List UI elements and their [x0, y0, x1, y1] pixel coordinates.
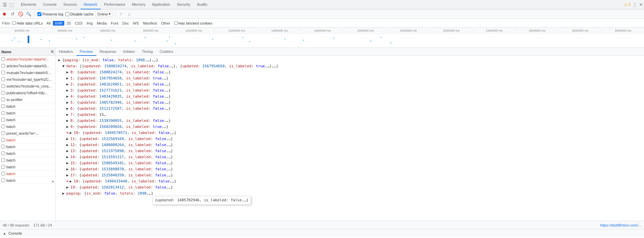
item-checkbox[interactable]: [1, 64, 5, 68]
json-row[interactable]: ▶ 16: {updated: 1533898870, is_labeled: …: [58, 166, 641, 172]
item-checkbox[interactable]: [1, 111, 5, 115]
item-checkbox[interactable]: [1, 172, 5, 175]
list-item[interactable]: batch ▼: [0, 177, 55, 184]
expand-arrow[interactable]: ▶: [66, 142, 70, 148]
filter-ws[interactable]: WS: [131, 21, 141, 26]
list-item[interactable]: batch: [0, 150, 55, 157]
export-button[interactable]: ↓: [126, 11, 132, 17]
expand-arrow[interactable]: ▶: [66, 118, 70, 124]
expand-arrow[interactable]: ▶: [58, 57, 62, 63]
json-row[interactable]: ▶ 11: {updated: 1522569169, is_labeled: …: [58, 136, 641, 142]
filter-doc[interactable]: Doc: [121, 21, 131, 26]
json-row[interactable]: ▶ 12: {updated: 1488808264, is_labeled: …: [58, 142, 641, 148]
filter-all[interactable]: All: [45, 21, 52, 26]
item-checkbox[interactable]: [1, 165, 5, 169]
list-item[interactable]: batch: [0, 110, 55, 116]
list-item[interactable]: preset_words?w=...: [0, 130, 55, 137]
item-checkbox[interactable]: [1, 158, 5, 162]
expand-arrow[interactable]: ▶: [66, 160, 70, 166]
expand-arrow[interactable]: ▶: [66, 166, 70, 172]
devtools-panel-icon[interactable]: ⬚: [8, 1, 15, 8]
json-row[interactable]: ▶ 3: {updated: 1527731621, is_labeled: f…: [58, 88, 641, 94]
preserve-log-toggle[interactable]: Preserve log: [37, 12, 63, 16]
blocked-cookies-checkbox[interactable]: [174, 21, 178, 25]
list-item[interactable]: batch: [0, 103, 55, 110]
filter-xhr[interactable]: XHR: [53, 21, 64, 26]
tab-console[interactable]: Console: [40, 0, 60, 9]
disable-cache-checkbox[interactable]: [65, 12, 69, 16]
record-button[interactable]: ⏺: [1, 11, 7, 17]
expand-arrow[interactable]: ▼: [62, 63, 66, 69]
json-row[interactable]: ▶ 9: {updated: 1568209826, is_labeled: t…: [58, 124, 641, 130]
json-row[interactable]: ▶ 7: {updated: 15… {updated: 1485782946,…: [58, 112, 641, 118]
filter-manifest[interactable]: Manifest: [141, 21, 159, 26]
item-checkbox[interactable]: [1, 138, 5, 142]
item-checkbox[interactable]: [1, 125, 5, 128]
tab-network[interactable]: Network: [80, 0, 101, 9]
tab-performance[interactable]: Performance: [101, 0, 129, 9]
list-item[interactable]: mutuals?include=data%5...: [0, 69, 55, 76]
expand-arrow[interactable]: ▶: [66, 69, 70, 75]
json-row[interactable]: ▶ 14: {updated: 1513591317, is_labeled: …: [58, 154, 641, 160]
list-item[interactable]: me?include=ad_type%2C...: [0, 76, 55, 83]
import-button[interactable]: ↑: [118, 11, 124, 17]
disable-cache-toggle[interactable]: Disable cache: [65, 12, 94, 16]
filter-img[interactable]: Img: [85, 21, 94, 26]
expand-arrow[interactable]: ▶: [66, 148, 70, 154]
filter-media[interactable]: Media: [95, 21, 108, 26]
preview-content[interactable]: ▶ {paging: {is_end: false, totals: 1098,…: [56, 56, 644, 221]
item-checkbox[interactable]: [1, 118, 5, 122]
json-row[interactable]: ➤ ▶ 10: {updated: 1494570571, is_labeled…: [58, 130, 641, 136]
item-checkbox[interactable]: [1, 91, 5, 95]
tab-preview[interactable]: Preview: [76, 48, 96, 56]
expand-arrow[interactable]: ▶: [70, 130, 73, 136]
list-item[interactable]: batch: [0, 123, 55, 130]
expand-arrow[interactable]: ▶: [66, 94, 70, 100]
console-bar[interactable]: ▲ Console: [0, 229, 644, 237]
json-row[interactable]: ▶ 19: {updated: 1582013412, is_labeled: …: [58, 184, 641, 191]
list-item[interactable]: publications?offset=0&i...: [0, 90, 55, 96]
item-checkbox[interactable]: [1, 131, 5, 135]
expand-arrow[interactable]: ▶: [66, 112, 70, 118]
preserve-log-checkbox[interactable]: [37, 12, 41, 16]
filter-css[interactable]: CSS: [73, 21, 84, 26]
devtools-menu-icon[interactable]: ☰: [1, 1, 8, 8]
list-item[interactable]: sc-profiler: [0, 96, 55, 103]
expand-arrow[interactable]: ▶: [66, 136, 70, 142]
tab-memory[interactable]: Memory: [129, 0, 149, 9]
list-item[interactable]: batch: [0, 170, 55, 177]
item-checkbox[interactable]: [1, 77, 5, 81]
hide-data-urls-toggle[interactable]: Hide data URLs: [12, 21, 43, 25]
close-icon[interactable]: ✕: [639, 2, 643, 7]
tab-sources[interactable]: Sources: [60, 0, 80, 9]
expand-arrow[interactable]: ▶: [66, 81, 70, 88]
list-item[interactable]: articles?include=data%5...: [0, 63, 55, 69]
expand-arrow[interactable]: ▶: [66, 88, 70, 94]
expand-arrow[interactable]: ▶: [66, 124, 70, 130]
expand-arrow[interactable]: ▶: [66, 100, 70, 106]
list-item[interactable]: switches?include=is_crea...: [0, 83, 55, 90]
json-row[interactable]: ▼ data: [{updated: 1500024274, is_labele…: [58, 63, 641, 69]
item-checkbox[interactable]: [1, 145, 5, 148]
item-checkbox[interactable]: [1, 104, 5, 108]
expand-arrow[interactable]: ▶: [70, 178, 73, 184]
list-item[interactable]: batch: [0, 143, 55, 150]
clear-button[interactable]: 🚫: [18, 11, 24, 17]
tab-elements[interactable]: Elements: [18, 0, 40, 9]
expand-arrow[interactable]: ▶: [66, 106, 70, 112]
list-item[interactable]: batch: [0, 137, 55, 143]
json-row[interactable]: ▶ 5: {updated: 1485782946, is_labeled: f…: [58, 100, 641, 106]
item-checkbox[interactable]: [1, 84, 5, 88]
json-row[interactable]: ▶ 13: {updated: 1521975090, is_labeled: …: [58, 148, 641, 154]
tab-audits[interactable]: Audits: [194, 0, 211, 9]
expand-arrow[interactable]: ▶: [66, 172, 70, 178]
tab-initiator[interactable]: Initiator: [120, 48, 138, 56]
json-row[interactable]: ▶ paging: {is_end: false, totals: 1098,……: [58, 191, 641, 197]
list-item[interactable]: batch: [0, 116, 55, 123]
tab-timing[interactable]: Timing: [138, 48, 156, 56]
search-button[interactable]: 🔍: [26, 11, 32, 17]
tab-headers[interactable]: Headers: [56, 48, 76, 56]
json-row[interactable]: ▶ 0: {updated: 1500024274, is_labeled: f…: [58, 69, 641, 75]
item-checkbox[interactable]: [1, 57, 5, 61]
item-checkbox[interactable]: [1, 178, 5, 182]
